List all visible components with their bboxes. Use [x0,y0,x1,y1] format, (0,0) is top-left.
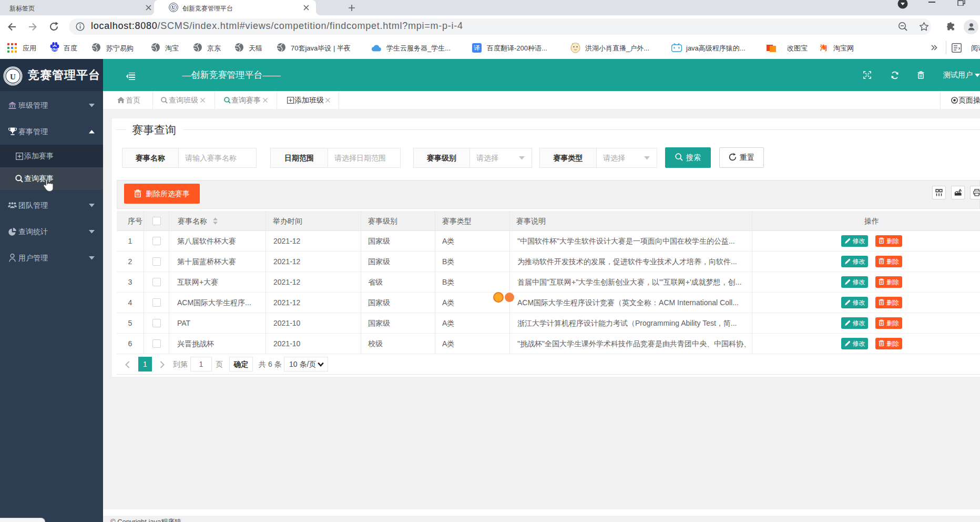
svg-text:U: U [172,5,176,10]
svg-text:U: U [10,73,16,81]
svg-text:du: du [52,47,57,52]
